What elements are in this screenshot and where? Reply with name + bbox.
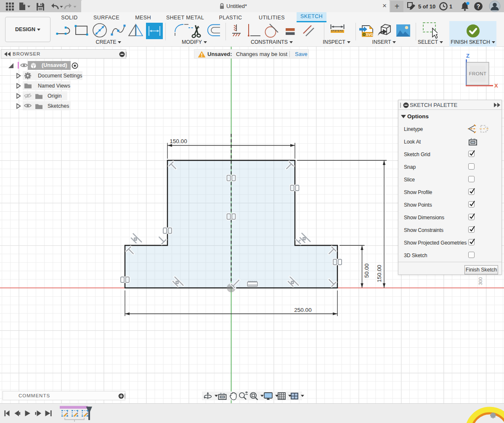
app-menu-icon[interactable] bbox=[5, 2, 15, 11]
tree-item-label[interactable]: Origin bbox=[48, 93, 61, 99]
panel-drag-handle[interactable] bbox=[125, 51, 128, 57]
tab-mesh[interactable]: MESH bbox=[130, 14, 156, 22]
expander-collapsed-icon[interactable] bbox=[16, 103, 21, 109]
viewports-icon[interactable] bbox=[290, 392, 299, 400]
add-comment-icon[interactable] bbox=[118, 393, 124, 399]
undo-icon[interactable] bbox=[49, 2, 64, 11]
tab-surface[interactable]: SURFACE bbox=[92, 14, 121, 22]
grid-display-icon[interactable] bbox=[277, 392, 286, 400]
visibility-off-eye-icon[interactable] bbox=[24, 93, 32, 99]
view-cube[interactable]: Z FRONT X bbox=[459, 47, 503, 91]
document-tab[interactable]: Untitled* × bbox=[81, 0, 390, 12]
new-tab-button[interactable]: + bbox=[390, 1, 403, 12]
browser-root-row[interactable]: (Unsaved) bbox=[0, 61, 135, 71]
tab-sketch-active[interactable]: SKETCH bbox=[297, 12, 326, 22]
group-create[interactable]: CREATE bbox=[88, 39, 129, 45]
visibility-eye-icon[interactable] bbox=[24, 103, 32, 109]
view-cube-face-label[interactable]: FRONT bbox=[469, 71, 486, 76]
trim-tool-icon[interactable] bbox=[186, 22, 203, 39]
3d-sketch-checkbox[interactable] bbox=[468, 252, 475, 258]
options-section-header[interactable]: Options bbox=[398, 110, 501, 122]
comments-bar[interactable]: COMMENTS bbox=[3, 391, 125, 400]
show-dimensions-checkbox[interactable] bbox=[468, 214, 475, 220]
rectangle-tool-icon[interactable] bbox=[73, 22, 90, 39]
expander-collapsed-icon[interactable] bbox=[16, 83, 21, 89]
dimension-top-value[interactable]: 150.00 bbox=[170, 138, 187, 144]
dimension-tool-active[interactable] bbox=[146, 23, 163, 39]
expander-expanded-icon[interactable] bbox=[8, 63, 14, 69]
measure-tool-icon[interactable] bbox=[329, 22, 346, 39]
activate-radio-icon[interactable] bbox=[72, 62, 78, 69]
clock-icon[interactable] bbox=[439, 2, 448, 11]
tree-item-label[interactable]: Sketches bbox=[48, 103, 69, 109]
canvas-tool-icon[interactable] bbox=[395, 22, 411, 39]
timeline-playback-controls[interactable] bbox=[5, 410, 52, 416]
collapse-panel-icon[interactable] bbox=[4, 52, 11, 56]
line-tool-icon[interactable] bbox=[56, 22, 72, 39]
sketch-feature-icon[interactable] bbox=[61, 409, 69, 418]
sketch-feature-icon[interactable] bbox=[71, 409, 79, 418]
redo-icon[interactable] bbox=[64, 2, 79, 11]
browser-panel-header[interactable]: BROWSER bbox=[1, 49, 126, 59]
spline-tool-icon[interactable] bbox=[110, 22, 127, 39]
group-inspect[interactable]: INSPECT bbox=[316, 39, 357, 45]
show-constraints-checkbox[interactable] bbox=[468, 226, 475, 233]
offset-tool-icon[interactable] bbox=[205, 22, 222, 39]
tab-sheet-metal[interactable]: SHEET METAL bbox=[162, 14, 208, 22]
workspace-selector[interactable]: DESIGN bbox=[5, 17, 50, 42]
sketch-feature-icon[interactable] bbox=[81, 409, 89, 418]
select-tool-icon[interactable] bbox=[421, 22, 438, 39]
horizontal-vertical-constraint-icon[interactable] bbox=[245, 22, 262, 39]
sketch-grid-checkbox[interactable] bbox=[468, 151, 475, 157]
show-profile-checkbox[interactable] bbox=[468, 189, 475, 195]
save-icon[interactable] bbox=[36, 2, 45, 11]
notification-bell-icon[interactable] bbox=[460, 1, 470, 11]
minimize-panel-icon[interactable] bbox=[119, 51, 125, 57]
slice-checkbox[interactable] bbox=[468, 176, 475, 182]
browser-row-sketches[interactable]: Sketches bbox=[0, 101, 135, 111]
fix-constraint-icon[interactable] bbox=[228, 22, 245, 39]
snap-checkbox[interactable] bbox=[468, 163, 475, 170]
group-insert[interactable]: INSERT bbox=[364, 39, 404, 45]
parallel-constraint-icon[interactable] bbox=[301, 22, 318, 39]
finish-sketch-button[interactable]: FINISH SKETCH bbox=[449, 21, 496, 47]
minimize-panel-icon[interactable] bbox=[403, 102, 409, 108]
zoom-icon[interactable] bbox=[238, 391, 248, 400]
orbit-icon[interactable] bbox=[203, 392, 215, 400]
close-tab-icon[interactable]: × bbox=[380, 1, 389, 11]
construction-linetype-icon[interactable] bbox=[467, 124, 477, 133]
dimension-bottom-value[interactable]: 250.00 bbox=[294, 307, 311, 313]
sketch-palette-header[interactable]: SKETCH PALETTE bbox=[398, 100, 501, 110]
tree-item-label[interactable]: Document Settings bbox=[38, 73, 82, 79]
group-constraints[interactable]: CONSTRAINTS bbox=[249, 39, 295, 45]
insert-mesh-icon[interactable] bbox=[377, 22, 393, 39]
display-settings-icon[interactable] bbox=[263, 392, 273, 400]
browser-row-document-settings[interactable]: Document Settings bbox=[0, 71, 135, 81]
insert-svg-icon[interactable]: SVG bbox=[358, 22, 375, 39]
chevron-down-icon[interactable] bbox=[301, 395, 304, 397]
panel-drag-handle[interactable] bbox=[400, 102, 402, 108]
expand-panel-icon[interactable] bbox=[493, 103, 500, 107]
job-status-icon[interactable] bbox=[406, 2, 416, 11]
pan-icon[interactable] bbox=[228, 391, 238, 400]
file-menu-icon[interactable] bbox=[19, 2, 31, 11]
avatar[interactable] bbox=[489, 0, 501, 12]
show-projected-geometries-checkbox[interactable] bbox=[468, 239, 475, 245]
root-node-label[interactable]: (Unsaved) bbox=[42, 62, 67, 68]
group-select[interactable]: SELECT bbox=[410, 39, 451, 45]
tree-item-label[interactable]: Named Views bbox=[38, 83, 70, 89]
finish-sketch-palette-button[interactable]: Finish Sketch bbox=[464, 265, 498, 274]
tab-utilities[interactable]: UTILITIES bbox=[258, 14, 286, 22]
tangent-constraint-icon[interactable] bbox=[263, 22, 280, 39]
tab-plastic[interactable]: PLASTIC bbox=[217, 14, 244, 22]
look-at-icon[interactable] bbox=[218, 391, 228, 400]
panel-drag-handle[interactable] bbox=[124, 393, 127, 399]
circle-tool-icon[interactable] bbox=[91, 22, 108, 39]
dimension-right-outer-value[interactable]: 150.00 bbox=[376, 265, 382, 282]
expander-collapsed-icon[interactable] bbox=[16, 93, 21, 99]
browser-row-origin[interactable]: Origin bbox=[0, 91, 135, 101]
timeline-group-bar[interactable] bbox=[60, 406, 88, 409]
equal-constraint-icon[interactable] bbox=[282, 22, 299, 39]
model-canvas[interactable]: 150.00 250.00 50.00 150.00 300 bbox=[0, 47, 504, 403]
fit-icon[interactable] bbox=[249, 391, 259, 400]
